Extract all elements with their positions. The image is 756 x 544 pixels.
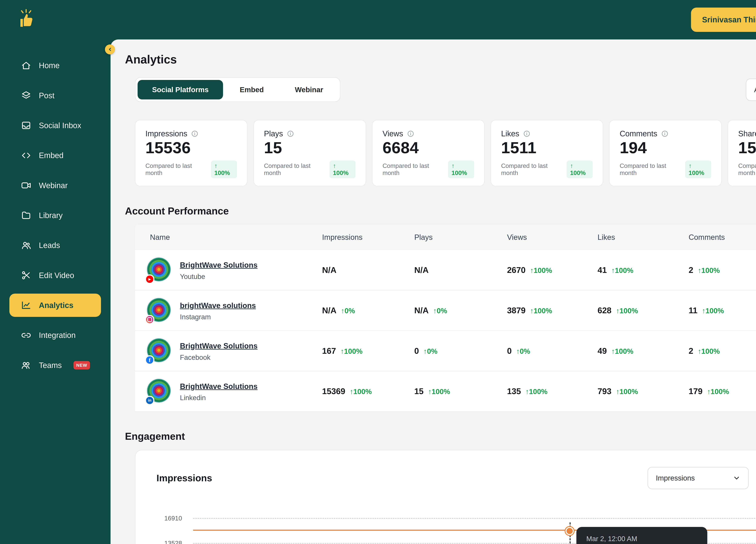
link-icon [21,330,32,341]
sidebar-item-label: Webinar [39,181,68,190]
analytics-app: Srinivasan Thirum... SO Home [0,0,756,544]
account-link[interactable]: BrightWave Solutions [180,382,257,391]
stat-compare-label: Compared to last month [383,162,444,177]
all-accounts-select[interactable]: All Accounts [746,79,756,101]
column-header-comments: Comments [689,233,756,242]
column-header-likes: Likes [598,233,689,242]
metric-delta: ↑0% [423,347,437,355]
scissors-icon [21,270,32,281]
account-link[interactable]: BrightWave Solutions [180,261,257,269]
metric-delta: ↑100% [698,347,720,355]
account-link[interactable]: BrightWave Solutions [180,342,257,350]
stat-compare-label: Compared to last month [738,162,756,177]
engagement-metric-select[interactable]: Impressions [648,467,749,489]
metric-value: 628 [598,305,611,315]
metric-delta: ↑100% [698,266,720,274]
sidebar-item-label: Integration [39,331,76,340]
sidebar-item-library[interactable]: Library [9,204,101,227]
sidebar-item-webinar[interactable]: Webinar [9,174,101,197]
account-link[interactable]: brightWave solutions [180,301,256,310]
engagement-title: Engagement [125,430,756,442]
metric-value: N/A [322,305,336,315]
chevron-left-icon [108,47,112,52]
sidebar-item-home[interactable]: Home [9,54,101,77]
tooltip-date: Mar 2, 12:00 AM [586,535,697,543]
sidebar-item-label: Analytics [39,301,73,310]
metric-value: 135 [507,386,521,396]
metric-value: 793 [598,386,611,396]
sidebar-item-label: Leads [39,241,60,250]
analytics-tabs: Social Platforms Embed Webinar [135,77,340,102]
metric-delta: ↑100% [707,387,729,396]
engagement-card: Impressions Impressions Last 7 Days 1691… [135,450,756,544]
sidebar-nav: Home Post Social Inbox Embed Webinar [0,54,111,377]
info-icon[interactable] [661,130,668,137]
thumbs-up-logo-icon [16,8,37,32]
table-row-linkedin: BrightWave Solutions Linkedin 15369↑100%… [135,371,756,412]
stat-label: Impressions [145,129,187,138]
main-content: Analytics Social Platforms Embed Webinar… [111,39,756,544]
sidebar-item-integration[interactable]: Integration [9,323,101,347]
metric-value: 2 [689,265,693,275]
info-icon[interactable] [287,130,294,137]
metric-value: N/A [414,265,429,275]
column-header-views: Views [507,233,598,242]
avatar [147,338,172,363]
stat-card-likes: Likes 1511 Compared to last month ↑ 100% [491,120,603,187]
stat-value: 155 [738,139,756,157]
metric-value: N/A [414,305,429,315]
metric-value: 2670 [507,265,526,275]
stat-label: Plays [264,129,283,138]
metric-delta: ↑0% [516,347,530,355]
sidebar-item-social-inbox[interactable]: Social Inbox [9,114,101,137]
engagement-card-title: Impressions [156,472,212,483]
sidebar-item-post[interactable]: Post [9,84,101,107]
metric-value: 0 [507,346,512,356]
sidebar-item-leads[interactable]: Leads [9,234,101,257]
info-icon[interactable] [523,130,530,137]
sidebar-item-teams[interactable]: Teams NEW [9,353,101,377]
info-icon[interactable] [191,130,198,137]
home-icon [21,60,32,71]
avatar [147,378,172,404]
stat-value: 194 [620,139,711,157]
info-icon[interactable] [407,130,414,137]
avatar [147,257,172,283]
linkedin-icon [145,396,154,405]
sidebar-item-embed[interactable]: Embed [9,144,101,167]
sidebar-item-label: Home [39,61,60,70]
teams-icon [21,360,32,371]
account-platform: Facebook [180,353,257,361]
chart-tooltip: Mar 2, 12:00 AM Total: 15.44K Facebook: … [576,527,707,544]
topbar: Srinivasan Thirum... SO [0,0,756,39]
metric-value: 41 [598,265,607,275]
tab-social-platforms[interactable]: Social Platforms [138,80,223,99]
metric-delta: ↑100% [428,387,450,396]
post-icon [21,90,32,101]
table-row-instagram: brightWave solutions Instagram N/A↑0% N/… [135,290,756,331]
sidebar-item-label: Library [39,211,63,220]
metric-delta: ↑100% [530,306,552,315]
metric-value: 15 [414,386,424,396]
tab-embed[interactable]: Embed [225,80,278,99]
stat-compare-label: Compared to last month [501,162,563,177]
stat-value: 15 [264,139,356,157]
app-logo[interactable] [0,0,111,39]
stat-delta-badge: ↑ 100% [211,161,237,178]
table-row-youtube: BrightWave Solutions Youtube N/A N/A 267… [135,250,756,290]
sidebar-item-analytics[interactable]: Analytics [9,293,101,317]
metric-value: 2 [689,346,693,356]
sidebar-collapse-button[interactable] [105,44,115,54]
account-switcher-button[interactable]: Srinivasan Thirum... [691,8,756,32]
avatar [147,298,172,323]
stat-label: Views [383,129,403,138]
metric-delta: ↑100% [525,387,547,396]
sidebar-item-edit-video[interactable]: Edit Video [9,264,101,287]
tab-webinar[interactable]: Webinar [280,80,338,99]
column-header-name: Name [135,233,322,242]
metric-delta: ↑100% [616,387,638,396]
people-icon [21,240,32,251]
metric-value: 179 [689,386,702,396]
data-point-marker[interactable] [565,527,574,535]
stat-label: Shares [738,129,756,138]
